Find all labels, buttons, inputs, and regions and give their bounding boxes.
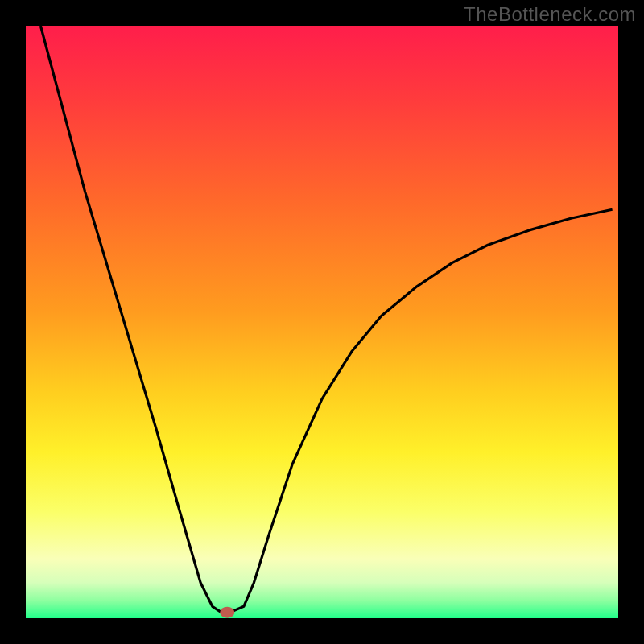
chart-frame: TheBottleneck.com bbox=[0, 0, 644, 644]
optimal-point-marker bbox=[220, 607, 234, 618]
plot-background bbox=[26, 26, 618, 618]
bottleneck-chart bbox=[0, 0, 644, 644]
attribution-text: TheBottleneck.com bbox=[464, 3, 636, 26]
